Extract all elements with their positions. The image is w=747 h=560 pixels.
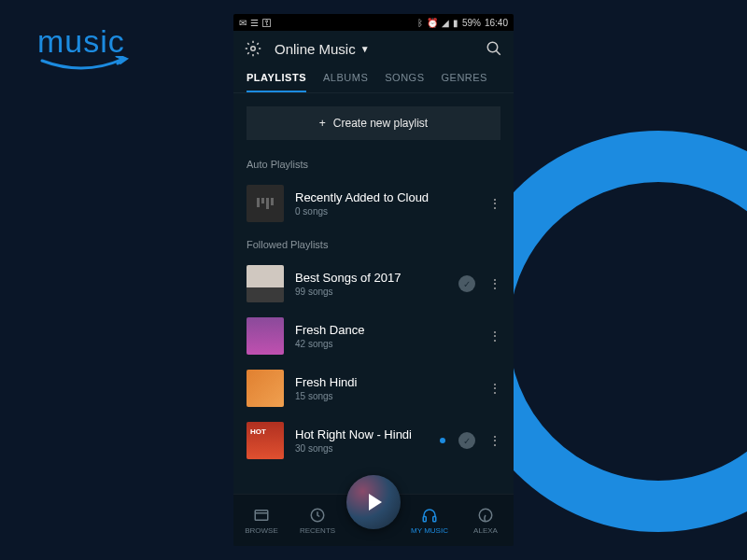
now-playing-button[interactable] (346, 475, 401, 529)
status-right-icons: ᛒ ⏰ ◢ ▮ 59% 16:40 (417, 18, 508, 28)
playlist-text: Recently Added to Cloud 0 songs (295, 190, 477, 217)
source-title: Online Music (275, 41, 356, 57)
playlist-text: Fresh Hindi 15 songs (295, 375, 477, 401)
alexa-icon (477, 507, 494, 524)
playlist-title: Fresh Hindi (295, 375, 477, 389)
playlist-text: Best Songs of 2017 99 songs (295, 271, 447, 297)
playlist-art (247, 422, 284, 459)
caret-down-icon: ▼ (360, 44, 370, 54)
playlist-row[interactable]: Hot Right Now - Hindi 30 songs ✓ ⋮ (233, 414, 514, 467)
playlist-title: Fresh Dance (295, 323, 477, 337)
headphones-icon (421, 507, 438, 524)
nav-label: MY MUSIC (411, 526, 448, 535)
downloaded-check-icon[interactable]: ✓ (458, 275, 475, 292)
tab-genres[interactable]: GENRES (441, 66, 486, 92)
browse-icon (253, 507, 270, 524)
amazon-music-logo: music (37, 23, 131, 78)
status-bar: ✉ ☰ ⚿ ᛒ ⏰ ◢ ▮ 59% 16:40 (233, 14, 514, 31)
section-auto-label: Auto Playlists (233, 149, 514, 177)
playlist-subtitle: 0 songs (295, 206, 477, 217)
playlist-subtitle: 15 songs (295, 391, 477, 401)
alarm-icon: ⏰ (427, 18, 438, 28)
play-icon (369, 494, 382, 511)
nav-label: BROWSE (245, 526, 278, 535)
new-indicator-dot (440, 438, 445, 443)
more-icon[interactable]: ⋮ (488, 196, 500, 211)
tab-albums[interactable]: ALBUMS (323, 66, 368, 92)
downloaded-check-icon[interactable]: ✓ (458, 432, 475, 449)
nav-label: ALEXA (473, 526, 498, 535)
plus-icon: + (319, 117, 326, 130)
key-icon: ⚿ (262, 18, 272, 28)
playlist-row[interactable]: Fresh Dance 42 songs ⋮ (233, 310, 514, 362)
settings-icon[interactable] (245, 40, 261, 57)
playlist-row[interactable]: Fresh Hindi 15 songs ⋮ (233, 362, 514, 414)
wifi-icon: ◢ (442, 18, 449, 28)
create-playlist-label: Create new playlist (333, 117, 428, 130)
nav-recents[interactable]: RECENTS (294, 507, 341, 535)
phone-frame: ✉ ☰ ⚿ ᛒ ⏰ ◢ ▮ 59% 16:40 Online Music ▼ P… (233, 14, 514, 546)
tab-playlists[interactable]: PLAYLISTS (247, 66, 306, 92)
tab-songs[interactable]: SONGS (385, 66, 424, 92)
svg-line-2 (496, 50, 500, 55)
logo-swoosh-icon (37, 56, 131, 75)
source-dropdown[interactable]: Online Music ▼ (275, 41, 472, 57)
playlist-art (247, 265, 284, 302)
time-text: 16:40 (485, 18, 508, 28)
playlist-art-placeholder (247, 185, 284, 222)
more-icon[interactable]: ⋮ (488, 276, 500, 291)
playlist-art (247, 370, 284, 407)
bluetooth-icon: ᛒ (417, 18, 423, 28)
status-left-icons: ✉ ☰ ⚿ (239, 18, 272, 28)
playlist-subtitle: 42 songs (295, 339, 477, 349)
svg-point-0 (251, 47, 256, 51)
nav-my-music[interactable]: MY MUSIC (406, 507, 453, 535)
more-icon[interactable]: ⋮ (488, 433, 500, 448)
svg-point-1 (487, 42, 498, 52)
playlist-text: Hot Right Now - Hindi 30 songs (295, 427, 429, 454)
svg-rect-7 (433, 516, 436, 521)
more-icon[interactable]: ⋮ (488, 329, 500, 343)
playlist-subtitle: 30 songs (295, 443, 429, 454)
equalizer-icon (257, 198, 274, 209)
playlist-title: Best Songs of 2017 (295, 271, 447, 285)
playlist-title: Hot Right Now - Hindi (295, 427, 429, 441)
playlist-text: Fresh Dance 42 songs (295, 323, 477, 349)
playlist-row[interactable]: Best Songs of 2017 99 songs ✓ ⋮ (233, 258, 514, 310)
category-tabs: PLAYLISTS ALBUMS SONGS GENRES (233, 66, 514, 93)
svg-rect-6 (423, 516, 426, 521)
app-header: Online Music ▼ (233, 31, 514, 66)
search-icon[interactable] (486, 40, 502, 57)
bottom-nav: BROWSE RECENTS MY MUSIC ALEXA (233, 494, 514, 546)
playlist-title: Recently Added to Cloud (295, 190, 477, 204)
playlist-subtitle: 99 songs (295, 287, 447, 297)
recents-icon (309, 507, 326, 524)
logo-text: music (37, 23, 131, 60)
battery-text: 59% (462, 18, 481, 28)
playlist-row[interactable]: Recently Added to Cloud 0 songs ⋮ (233, 177, 514, 230)
playlist-art (247, 317, 284, 355)
more-icon[interactable]: ⋮ (488, 381, 500, 396)
nav-browse[interactable]: BROWSE (238, 507, 285, 535)
section-followed-label: Followed Playlists (233, 230, 514, 258)
nav-label: RECENTS (300, 526, 335, 535)
nav-alexa[interactable]: ALEXA (462, 507, 509, 535)
create-playlist-button[interactable]: + Create new playlist (247, 106, 500, 140)
signal-icon: ▮ (453, 18, 458, 28)
notification-icon: ☰ (250, 18, 259, 28)
notification-icon: ✉ (239, 18, 247, 28)
svg-rect-3 (255, 510, 268, 520)
